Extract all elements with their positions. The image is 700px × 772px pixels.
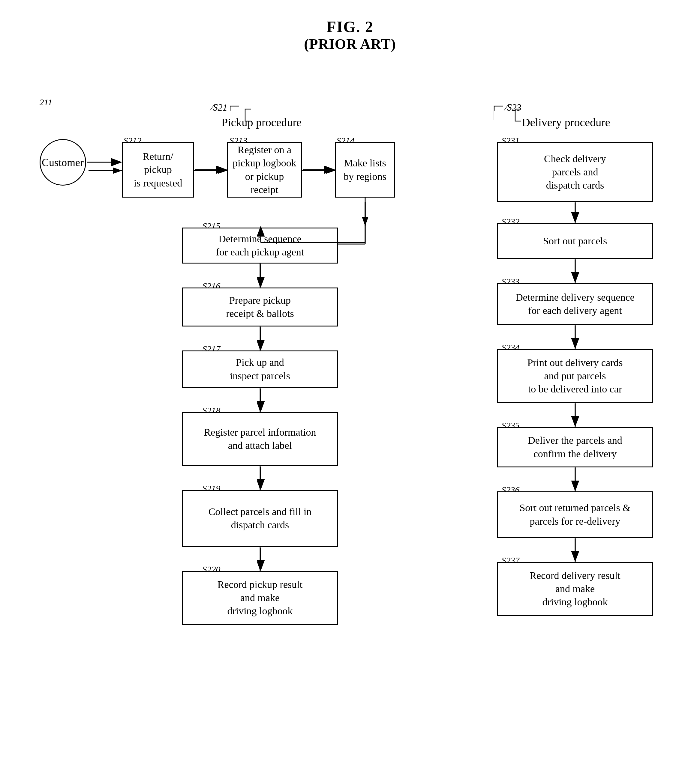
s234-text: Print out delivery cardsand put parcelst… bbox=[527, 356, 623, 396]
s215-box: Determine sequencefor each pickup agent bbox=[182, 227, 338, 263]
s217-box: Pick up andinspect parcels bbox=[182, 350, 338, 388]
s220-box: Record pickup resultand makedriving logb… bbox=[182, 571, 338, 625]
delivery-procedure-box: Delivery procedure bbox=[494, 111, 638, 135]
title-section: FIG. 2 (PRIOR ART) bbox=[24, 18, 676, 52]
s233-box: Determine delivery sequencefor each deli… bbox=[497, 283, 653, 325]
pickup-procedure-text: Pickup procedure bbox=[221, 115, 302, 130]
s215-text: Determine sequencefor each pickup agent bbox=[216, 232, 304, 259]
diagram: ⁄S21 Pickup procedure ⁄S23 Delivery proc… bbox=[35, 70, 665, 760]
customer-text: Customer bbox=[42, 156, 84, 169]
page: FIG. 2 (PRIOR ART) bbox=[0, 0, 700, 772]
s217-text: Pick up andinspect parcels bbox=[230, 356, 290, 382]
s219-text: Collect parcels and fill indispatch card… bbox=[208, 505, 312, 532]
figure-title: FIG. 2 bbox=[24, 18, 676, 36]
s213-box: Register on apickup logbookor pickup rec… bbox=[227, 142, 302, 198]
s236-box: Sort out returned parcels &parcels for r… bbox=[497, 491, 653, 538]
s213-text: Register on apickup logbookor pickup rec… bbox=[233, 143, 297, 196]
s235-box: Deliver the parcels andconfirm the deliv… bbox=[497, 427, 653, 468]
s231-text: Check deliveryparcels anddispatch cards bbox=[544, 152, 606, 192]
s235-text: Deliver the parcels andconfirm the deliv… bbox=[528, 434, 622, 460]
s216-text: Prepare pickupreceipt & ballots bbox=[226, 294, 294, 320]
s219-box: Collect parcels and fill indispatch card… bbox=[182, 490, 338, 547]
s212-text: Return/pickupis requested bbox=[134, 150, 182, 190]
delivery-procedure-text: Delivery procedure bbox=[522, 115, 610, 130]
customer-oval: Customer bbox=[39, 139, 86, 186]
s237-box: Record delivery resultand makedriving lo… bbox=[497, 562, 653, 616]
s233-text: Determine delivery sequencefor each deli… bbox=[515, 291, 634, 317]
s218-text: Register parcel informationand attach la… bbox=[204, 426, 316, 452]
customer-ref-label: 211 bbox=[39, 97, 52, 107]
s220-text: Record pickup resultand makedriving logb… bbox=[218, 578, 302, 618]
s237-text: Record delivery resultand makedriving lo… bbox=[530, 569, 620, 609]
s232-box: Sort out parcels bbox=[497, 223, 653, 259]
s212-box: Return/pickupis requested bbox=[122, 142, 194, 198]
pickup-procedure-box: Pickup procedure bbox=[194, 111, 329, 135]
s214-box: Make listsby regions bbox=[335, 142, 395, 198]
s232-text: Sort out parcels bbox=[543, 234, 607, 248]
s214-text: Make listsby regions bbox=[344, 157, 387, 183]
s231-box: Check deliveryparcels anddispatch cards bbox=[497, 142, 653, 202]
figure-subtitle: (PRIOR ART) bbox=[24, 36, 676, 52]
s234-box: Print out delivery cardsand put parcelst… bbox=[497, 349, 653, 403]
s218-box: Register parcel informationand attach la… bbox=[182, 412, 338, 466]
s236-text: Sort out returned parcels &parcels for r… bbox=[520, 501, 630, 528]
s216-box: Prepare pickupreceipt & ballots bbox=[182, 288, 338, 327]
